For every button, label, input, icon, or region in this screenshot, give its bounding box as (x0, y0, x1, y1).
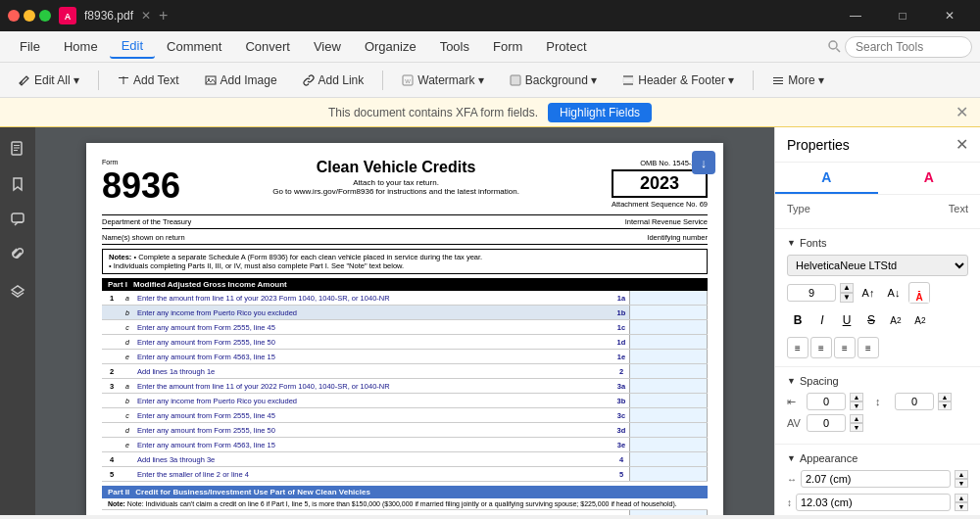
menu-edit[interactable]: Edit (110, 34, 155, 59)
doc-area[interactable]: ↓ Form 8936 Clean Vehicle Credits Attach… (35, 127, 774, 515)
add-image-btn[interactable]: Add Image (194, 69, 288, 92)
indent-up[interactable]: ▲ (850, 393, 863, 401)
row-1b-input[interactable] (629, 306, 708, 319)
align-left-btn[interactable]: ≡ (787, 337, 808, 358)
sidebar-icon-attachment[interactable] (4, 241, 31, 268)
row-3b-input[interactable] (629, 394, 708, 407)
add-link-btn[interactable]: Add Link (292, 69, 375, 92)
window-max-btn[interactable] (39, 10, 51, 22)
underline-btn[interactable]: U (836, 309, 858, 331)
toolbar-sep-1 (98, 71, 99, 90)
props-tab-1[interactable]: A (775, 163, 878, 194)
bold-btn[interactable]: B (787, 309, 808, 331)
part2-title: Credit for Business/Investment Use Part … (135, 488, 370, 496)
toolbar-sep-2 (382, 71, 383, 90)
props-tab-2[interactable]: A (878, 163, 981, 194)
menu-home[interactable]: Home (52, 35, 110, 58)
font-family-select[interactable]: HelveticaNeue LTStd (787, 255, 968, 276)
title-bar: A f8936.pdf ✕ + — □ ✕ (0, 0, 980, 31)
win-restore-btn[interactable]: □ (880, 0, 925, 31)
xfa-text: This document contains XFA form fields. (328, 106, 538, 119)
width-down[interactable]: ▼ (955, 479, 968, 488)
window-min-btn[interactable] (24, 10, 35, 22)
name-line: Name(s) shown on return Identifying numb… (102, 231, 708, 245)
font-size-down[interactable]: ▼ (840, 293, 854, 303)
xfa-close-btn[interactable]: ✕ (956, 103, 968, 121)
win-min-btn[interactable]: — (833, 0, 878, 31)
align-right-btn[interactable]: ≡ (834, 337, 856, 358)
row-1a-input[interactable] (629, 291, 708, 305)
menu-tools[interactable]: Tools (428, 35, 481, 58)
font-size-up[interactable]: ▲ (840, 283, 854, 293)
sidebar-icon-comment[interactable] (4, 206, 31, 233)
window-close-btn[interactable] (8, 10, 20, 22)
row-3a-input[interactable] (629, 379, 708, 393)
menu-protect[interactable]: Protect (534, 35, 598, 58)
menu-comment[interactable]: Comment (155, 35, 233, 58)
av-up[interactable]: ▲ (850, 414, 863, 423)
width-up[interactable]: ▲ (955, 470, 968, 479)
highlight-fields-btn[interactable]: Highlight Fields (548, 103, 652, 122)
row-4-input[interactable] (629, 452, 708, 466)
row-1d-input[interactable] (629, 335, 708, 349)
menu-file[interactable]: File (8, 35, 52, 58)
av-input[interactable] (807, 414, 846, 432)
search-area (828, 36, 972, 58)
svg-rect-21 (12, 213, 24, 222)
header-footer-btn[interactable]: Header & Footer ▾ (612, 69, 745, 92)
window-controls (8, 10, 51, 22)
form-title: Clean Vehicle Credits (188, 159, 604, 176)
height-down[interactable]: ▼ (955, 502, 968, 511)
row-3c-input[interactable] (629, 408, 708, 422)
menu-form[interactable]: Form (481, 35, 534, 58)
height-input[interactable] (796, 494, 951, 511)
height-up[interactable]: ▲ (955, 494, 968, 502)
row-6-input[interactable] (629, 510, 708, 515)
font-color-swatch[interactable]: A (908, 282, 930, 304)
indent-down[interactable]: ▼ (850, 401, 863, 410)
new-tab-btn[interactable]: + (159, 7, 168, 24)
add-text-icon (118, 74, 129, 86)
props-close-btn[interactable]: ✕ (956, 135, 968, 154)
row-1e-input[interactable] (629, 350, 708, 363)
menu-bar: File Home Edit Comment Convert View Orga… (0, 31, 980, 63)
row-5-input[interactable] (629, 467, 708, 481)
download-btn[interactable]: ↓ (692, 151, 715, 174)
edit-all-btn[interactable]: Edit All ▾ (8, 69, 90, 92)
row-3e-input[interactable] (629, 438, 708, 451)
menu-convert[interactable]: Convert (233, 35, 302, 58)
sidebar-icon-layers[interactable] (4, 276, 31, 304)
more-btn[interactable]: More ▾ (761, 69, 835, 92)
main-area: ↓ Form 8936 Clean Vehicle Credits Attach… (0, 127, 980, 515)
row-3d-input[interactable] (629, 423, 708, 437)
menu-view[interactable]: View (302, 35, 353, 58)
tab-close-btn[interactable]: ✕ (141, 9, 151, 23)
italic-btn[interactable]: I (811, 309, 833, 331)
background-btn[interactable]: Background ▾ (499, 69, 608, 92)
space-input[interactable] (895, 393, 934, 410)
win-close-btn[interactable]: ✕ (927, 0, 972, 31)
row-5: 5 Enter the smaller of line 2 or line 4 … (102, 467, 708, 482)
add-text-btn[interactable]: Add Text (107, 69, 189, 92)
row-1c-input[interactable] (629, 320, 708, 334)
strikethrough-btn[interactable]: S (860, 309, 882, 331)
indent-input[interactable] (807, 393, 846, 410)
subscript-btn[interactable]: A2 (909, 309, 931, 331)
width-input[interactable] (801, 470, 951, 488)
space-up[interactable]: ▲ (938, 393, 952, 401)
align-center-btn[interactable]: ≡ (810, 337, 832, 358)
av-down[interactable]: ▼ (850, 423, 863, 432)
font-size-input[interactable] (787, 284, 836, 302)
sidebar-icon-bookmarks[interactable] (4, 170, 31, 198)
font-size-inc-btn[interactable]: A↑ (858, 282, 879, 304)
row-2-input[interactable] (629, 364, 708, 378)
sidebar-icon-pages[interactable] (4, 135, 31, 163)
space-down[interactable]: ▼ (938, 401, 952, 410)
align-justify-btn[interactable]: ≡ (858, 337, 879, 358)
type-value: Text (949, 203, 968, 214)
superscript-btn[interactable]: A2 (885, 309, 906, 331)
watermark-btn[interactable]: W Watermark ▾ (391, 69, 495, 92)
font-size-dec-btn[interactable]: A↓ (883, 282, 905, 304)
menu-organize[interactable]: Organize (353, 35, 428, 58)
search-input[interactable] (845, 36, 972, 58)
